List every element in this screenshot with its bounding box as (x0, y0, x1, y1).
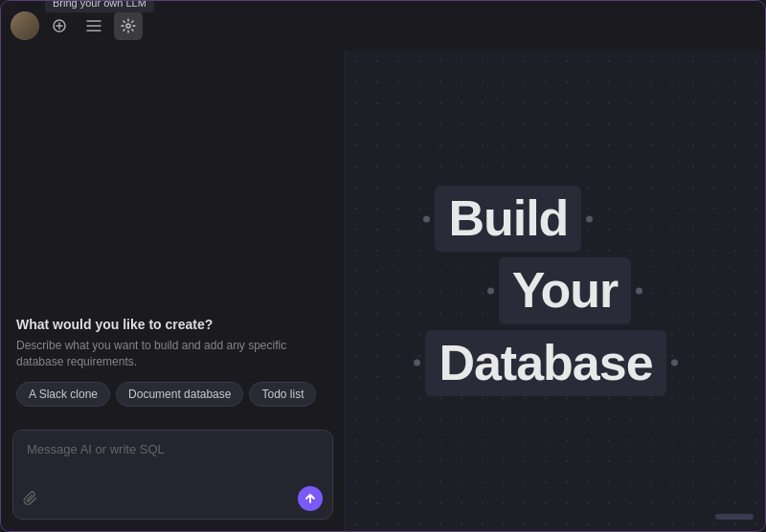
hero-word-build-bg: Build (435, 186, 581, 252)
input-actions (13, 482, 332, 519)
scrollbar-hint (715, 514, 754, 520)
hero-word-your-bg: Your (499, 257, 632, 323)
add-button[interactable] (45, 11, 74, 40)
hero-line-3: Database (439, 335, 652, 390)
chip-document[interactable]: Document database (116, 382, 243, 407)
attach-button[interactable] (23, 491, 38, 506)
chat-content: What would you like to create? Describe … (1, 51, 345, 430)
hero-line-1: Build (448, 190, 568, 246)
hero-word-database-bg: Database (425, 330, 665, 396)
right-panel: Build Your Database (346, 51, 765, 531)
hero-word-build: Build (435, 186, 581, 252)
settings-button[interactable] (114, 11, 143, 40)
hero-word-your: Your (499, 257, 632, 323)
input-area (12, 430, 333, 520)
send-button[interactable] (298, 486, 323, 511)
hero-line-2: Your (512, 262, 619, 318)
toolbar: Bring your own LLM (1, 1, 765, 51)
avatar[interactable] (11, 11, 39, 40)
menu-button[interactable] (79, 11, 108, 40)
hero-text-container: Build Your Database (425, 186, 665, 396)
message-input[interactable] (13, 431, 332, 478)
hero-word-database: Database (425, 330, 665, 396)
app-window: Bring your own LLM What would you like t… (0, 0, 766, 532)
prompt-title: What would you like to create? (16, 317, 329, 332)
prompt-subtitle: Describe what you want to build and add … (16, 338, 329, 370)
sidebar: What would you like to create? Describe … (1, 51, 346, 531)
chip-todo[interactable]: Todo list (249, 382, 316, 407)
main-layout: What would you like to create? Describe … (1, 51, 765, 531)
chip-slack[interactable]: A Slack clone (16, 382, 110, 407)
suggestion-chips: A Slack clone Document database Todo lis… (16, 382, 329, 407)
avatar-image (11, 11, 39, 40)
prompt-section: What would you like to create? Describe … (16, 317, 329, 407)
